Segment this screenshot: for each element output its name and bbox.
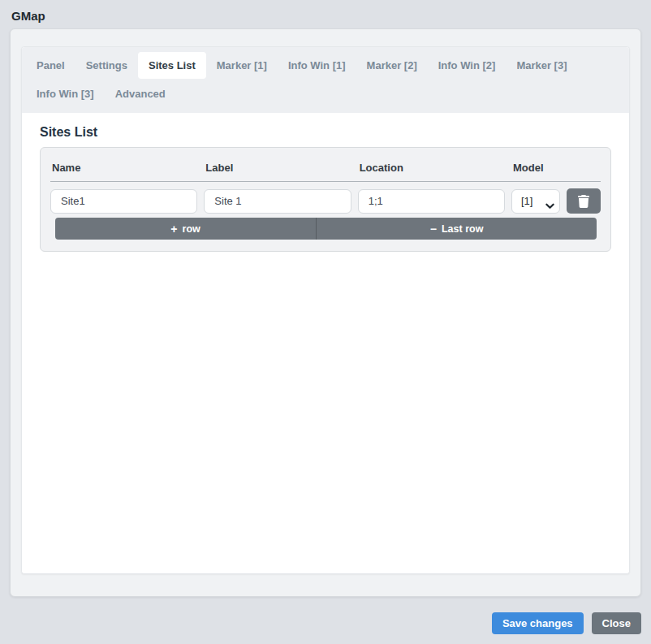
column-header-location: Location (358, 162, 505, 174)
column-header-model: Model (511, 162, 560, 174)
model-select[interactable]: [1] (511, 189, 560, 214)
site-name-input[interactable] (50, 189, 197, 214)
site-location-input[interactable] (358, 189, 505, 214)
tab-marker-1[interactable]: Marker [1] (206, 52, 278, 79)
close-button[interactable]: Close (592, 612, 641, 634)
sites-table: Name Label Location Model [1] (40, 147, 611, 252)
column-header-label: Label (204, 162, 351, 174)
site-label-input[interactable] (204, 189, 351, 214)
editor-card: Panel Settings Sites List Marker [1] Inf… (10, 28, 641, 597)
save-changes-button[interactable]: Save changes (492, 612, 584, 634)
tab-settings[interactable]: Settings (75, 52, 138, 79)
add-row-button[interactable]: + row (55, 218, 317, 240)
tab-panel-settings-panel[interactable]: Panel (26, 52, 75, 79)
tab-marker-3[interactable]: Marker [3] (506, 52, 577, 79)
minus-icon: − (430, 223, 437, 235)
tab-panel: Panel Settings Sites List Marker [1] Inf… (21, 46, 630, 574)
section-title: Sites List (40, 125, 611, 140)
tab-info-win-3[interactable]: Info Win [3] (26, 80, 105, 107)
table-row: [1] (50, 188, 601, 214)
trash-icon (578, 195, 589, 208)
remove-last-row-button[interactable]: − Last row (317, 218, 597, 240)
tab-advanced[interactable]: Advanced (105, 80, 176, 107)
column-header-name: Name (50, 162, 197, 174)
remove-last-row-label: Last row (442, 223, 483, 235)
tab-info-win-1[interactable]: Info Win [1] (278, 52, 356, 79)
tab-info-win-2[interactable]: Info Win [2] (428, 52, 507, 79)
gmap-editor-page: GMap Panel Settings Sites List Marker [1… (0, 0, 651, 634)
tab-sites-list[interactable]: Sites List (138, 52, 206, 79)
dialog-footer: Save changes Close (0, 612, 641, 634)
add-row-label: row (183, 223, 200, 235)
sites-table-header: Name Label Location Model (50, 162, 601, 182)
model-select-wrap: [1] (511, 189, 560, 214)
tab-marker-2[interactable]: Marker [2] (356, 52, 428, 79)
tab-content-sites-list: Sites List Name Label Location Model (22, 113, 629, 573)
tab-bar: Panel Settings Sites List Marker [1] Inf… (22, 47, 629, 113)
page-title: GMap (0, 0, 651, 28)
plus-icon: + (170, 223, 177, 235)
row-buttons-bar: + row − Last row (55, 218, 597, 240)
delete-row-button[interactable] (567, 188, 601, 214)
